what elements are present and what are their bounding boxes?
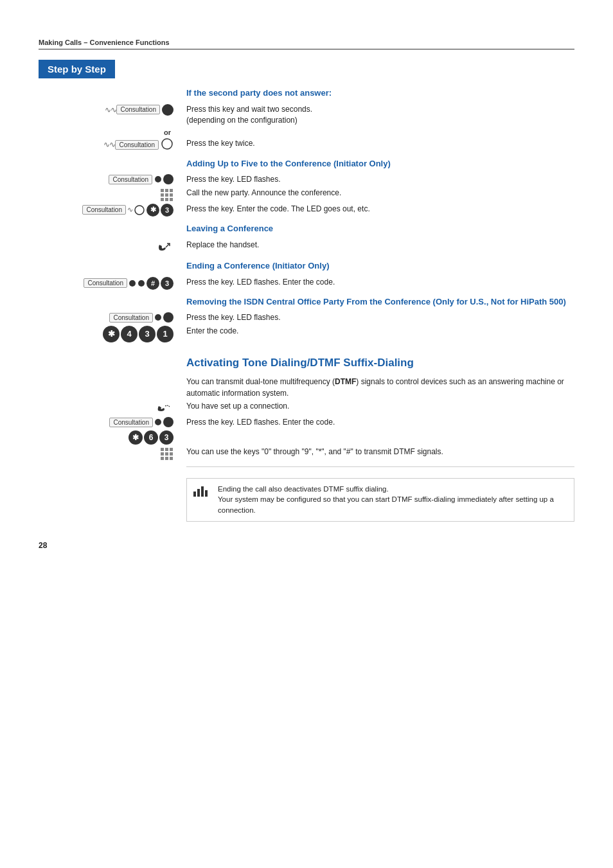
left-removing-code: ✱ 4 3 1 <box>39 326 180 342</box>
heading-ending: Ending a Conference (Initiator Only) <box>186 260 574 272</box>
row-consultation-2: ∿∿ Consultation Press the key twice. <box>39 138 574 152</box>
consultation-key-1[interactable]: Consultation <box>116 105 160 114</box>
svg-line-11 <box>166 244 170 247</box>
hash-badge-ending: # <box>147 277 159 290</box>
phone-icons-1 <box>162 104 173 116</box>
svg-rect-17 <box>170 452 173 456</box>
section-divider <box>186 466 574 467</box>
right-adding-1: Press the key. LED flashes. <box>180 174 574 185</box>
svg-rect-7 <box>161 198 164 201</box>
heading-activating: Activating Tone Dialing/DTMF Suffix-Dial… <box>186 355 574 371</box>
icons-activating-press <box>154 417 173 427</box>
left-or: or <box>39 128 180 136</box>
icons-removing-1 <box>154 312 173 323</box>
svg-rect-14 <box>170 448 173 451</box>
consultation-key-3[interactable]: Consultation <box>109 175 152 184</box>
note-line2: Your system may be configured so that yo… <box>218 495 554 514</box>
row-removing-1: Consultation Press the key. LED flashes. <box>39 312 574 323</box>
one-big: 1 <box>157 326 173 342</box>
left-removing-1: Consultation <box>39 312 180 323</box>
star-badge-1: ✱ <box>147 204 159 217</box>
text-press-1: Press this key and wait two seconds. <box>186 105 312 114</box>
heading-removing: Removing the ISDN Central Office Party F… <box>186 296 574 308</box>
consultation-key-2[interactable]: Consultation <box>115 140 159 150</box>
row-activating-badges: ✱ 6 3 <box>39 430 574 445</box>
circle-1 <box>163 174 173 184</box>
svg-rect-1 <box>161 189 164 192</box>
row-adding-1: Consultation Press the key. LED flashes. <box>39 174 574 185</box>
big-badges: ✱ 4 3 1 <box>103 326 173 342</box>
bar-icon <box>193 485 208 497</box>
six-badge-dtmf: 6 <box>144 430 158 445</box>
heading-row-if-second: If the second party does not answer: <box>39 87 574 102</box>
svg-rect-5 <box>165 193 168 197</box>
connected-phone-icon <box>155 401 173 415</box>
row-activating-keypad: You can use the keys "0" through "9", "*… <box>39 447 574 461</box>
text-press-twice: Press the key twice. <box>186 139 255 148</box>
right-activating-conn: You have set up a connection. <box>180 401 574 412</box>
left-activating-keypad <box>39 447 180 461</box>
keypad-icon-2 <box>159 447 173 461</box>
right-heading-if-second: If the second party does not answer: <box>180 87 574 102</box>
left-activating-press: Consultation <box>39 417 180 427</box>
right-heading-adding: Adding Up to Five to the Conference (Ini… <box>180 158 574 173</box>
led-ending-2 <box>138 280 145 287</box>
circle-removing <box>163 312 173 323</box>
text-intro: You can transmit dual-tone multifrequenc… <box>186 377 564 397</box>
row-ending-1: Consultation # 3 Press the key. LED flas… <box>39 277 574 290</box>
svg-rect-2 <box>165 189 168 192</box>
right-note: Ending the call also deactivates DTMF su… <box>180 473 574 522</box>
right-heading-ending: Ending a Conference (Initiator Only) <box>180 260 574 275</box>
wavy-2: ∿∿ <box>103 140 115 149</box>
header-title: Making Calls – Convenience Functions <box>39 39 170 46</box>
four-big: 4 <box>121 326 138 342</box>
wavy-3: ∿ <box>127 206 132 214</box>
left-activating-conn <box>39 401 180 415</box>
left-ending-1: Consultation # 3 <box>39 277 180 290</box>
svg-rect-16 <box>165 452 168 456</box>
row-adding-3: Consultation ∿ ✱ 3 Press the key. Enter … <box>39 204 574 217</box>
right-intro: You can transmit dual-tone multifrequenc… <box>180 376 574 399</box>
row-adding-2: Call the new party. Announce the confere… <box>39 188 574 202</box>
svg-point-10 <box>135 206 144 215</box>
consultation-key-5[interactable]: Consultation <box>84 278 127 288</box>
left-adding-3: Consultation ∿ ✱ 3 <box>39 204 180 217</box>
led-act-1 <box>155 419 161 425</box>
row-activating-connection: You have set up a connection. <box>39 401 574 415</box>
circle-act <box>163 417 173 427</box>
consultation-key-4[interactable]: Consultation <box>82 205 126 215</box>
left-adding-2 <box>39 188 180 202</box>
keypad-icon <box>159 188 173 202</box>
heading-adding: Adding Up to Five to the Conference (Ini… <box>186 158 574 170</box>
right-heading-leaving: Leaving a Conference <box>180 223 574 238</box>
right-adding-3: Press the key. Enter the code. The LED g… <box>180 204 574 215</box>
star-badge-dtmf: ✱ <box>129 430 143 445</box>
bar-3 <box>201 486 204 497</box>
heading-row-leaving: Leaving a Conference <box>39 223 574 238</box>
svg-rect-4 <box>161 193 164 197</box>
row-removing-code: ✱ 4 3 1 Enter the code. <box>39 326 574 342</box>
row-note: Ending the call also deactivates DTMF su… <box>39 473 574 522</box>
row-consultation-1: ∿∿ Consultation Press this key and wait … <box>39 104 574 127</box>
row-activating-intro: You can transmit dual-tone multifrequenc… <box>39 376 574 399</box>
right-removing-code: Enter the code. <box>180 326 574 337</box>
icons-adding-3: ∿ ✱ 3 <box>127 204 173 217</box>
row-leaving-1: Replace the handset. <box>39 240 574 254</box>
right-ending-1: Press the key. LED flashes. Enter the co… <box>180 277 574 288</box>
left-consultation-1: ∿∿ Consultation <box>39 104 180 116</box>
right-adding-2: Call the new party. Announce the confere… <box>180 188 574 199</box>
phone-svg-3 <box>134 204 145 216</box>
note-line1: Ending the call also deactivates DTMF su… <box>218 485 389 493</box>
right-press-1: Press this key and wait two seconds. (de… <box>180 104 574 127</box>
section-removing: Removing the ISDN Central Office Party F… <box>39 296 574 342</box>
svg-rect-6 <box>170 193 173 197</box>
right-heading-activating: Activating Tone Dialing/DTMF Suffix-Dial… <box>180 349 574 375</box>
three-badge-dtmf: 3 <box>159 430 173 445</box>
right-divider <box>180 463 574 471</box>
svg-rect-19 <box>165 457 168 460</box>
right-activating-press: Press the key. LED flashes. Enter the co… <box>180 417 574 428</box>
consultation-key-6[interactable]: Consultation <box>109 313 153 323</box>
right-activating-keypad: You can use the keys "0" through "9", "*… <box>180 447 574 457</box>
consultation-key-7[interactable]: Consultation <box>109 418 153 427</box>
page: Making Calls – Convenience Functions Ste… <box>0 0 613 576</box>
